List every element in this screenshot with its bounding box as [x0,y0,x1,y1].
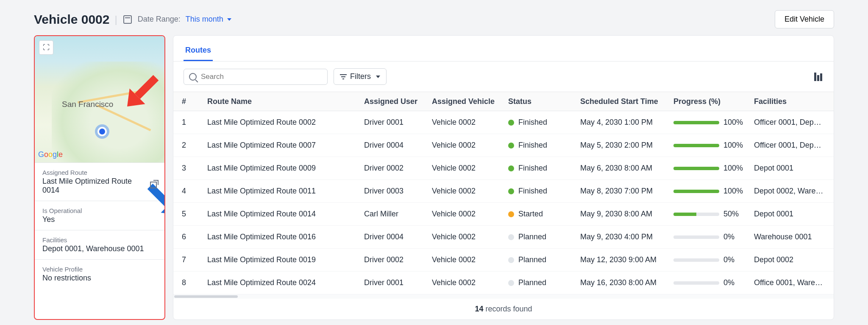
cell-facilities: Officer 0001, Depo… [751,118,827,127]
table-toolbar: Filters [173,62,834,92]
cell-progress: 0% [670,255,751,264]
assigned-route-value: Last Mile Optimized Route 0014 [42,177,147,195]
col-assigned-vehicle[interactable]: Assigned Vehicle [428,97,505,106]
cell-start-time: May 8, 2030 7:00 PM [577,187,670,196]
cell-assigned-vehicle: Vehicle 0002 [428,141,505,150]
page-title: Vehicle 0002 [34,12,109,27]
vehicle-profile-value: No restrictions [42,274,157,283]
date-range-value: This month [186,15,223,23]
cell-progress: 50% [670,210,751,219]
cell-index: 3 [178,164,204,173]
external-link-icon [150,182,157,188]
filters-button[interactable]: Filters [334,68,387,85]
cell-assigned-vehicle: Vehicle 0002 [428,118,505,127]
cell-assigned-user: Carl Miller [361,210,428,219]
table-header: # Route Name Assigned User Assigned Vehi… [173,92,834,111]
map-panel[interactable]: San Francisco ⛶ Google [35,36,164,162]
cell-status: Started [505,210,577,219]
filters-label: Filters [350,72,371,81]
filter-icon [340,74,347,79]
cell-start-time: May 6, 2030 8:00 AM [577,164,670,173]
cell-progress: 0% [670,233,751,241]
cell-status: Finished [505,141,577,150]
table-row[interactable]: 4Last Mile Optimized Route 0011Driver 00… [173,180,834,203]
col-start-time[interactable]: Scheduled Start Time [577,97,670,106]
vehicle-side-panel: San Francisco ⛶ Google Assigned Route La… [34,35,165,320]
table-row[interactable]: 6Last Mile Optimized Route 0016Driver 00… [173,226,834,249]
status-dot-icon [508,165,514,171]
cell-assigned-user: Driver 0004 [361,233,428,241]
operational-value: Yes [42,215,157,224]
cell-start-time: May 4, 2030 1:00 PM [577,118,670,127]
cell-assigned-vehicle: Vehicle 0002 [428,187,505,196]
cell-progress: 100% [670,141,751,150]
operational-label: Is Operational [42,207,157,214]
col-index[interactable]: # [178,97,204,106]
date-range-selector[interactable]: This month [186,15,231,24]
status-dot-icon [508,234,514,240]
map-city-label: San Francisco [62,100,113,109]
cell-assigned-user: Driver 0002 [361,255,428,264]
table-row[interactable]: 3Last Mile Optimized Route 0009Driver 00… [173,157,834,180]
cell-index: 4 [178,187,204,196]
page-header: Vehicle 0002 | Date Range: This month Ed… [34,7,834,35]
cell-start-time: May 9, 2030 4:00 PM [577,233,670,241]
cell-route-name: Last Mile Optimized Route 0009 [204,164,361,173]
cell-status: Finished [505,164,577,173]
chevron-down-icon [227,18,231,21]
status-dot-icon [508,280,514,286]
search-input[interactable] [201,73,322,81]
cell-facilities: Warehouse 0001 [751,233,827,241]
cell-index: 5 [178,210,204,219]
cell-assigned-user: Driver 0004 [361,141,428,150]
map-vehicle-marker[interactable] [97,127,107,136]
separator: | [114,14,117,25]
cell-status: Planned [505,255,577,264]
cell-assigned-vehicle: Vehicle 0002 [428,255,505,264]
table-row[interactable]: 1Last Mile Optimized Route 0002Driver 00… [173,111,834,134]
cell-assigned-vehicle: Vehicle 0002 [428,210,505,219]
cell-index: 1 [178,118,204,127]
tab-routes[interactable]: Routes [184,41,213,61]
vehicle-profile-field: Vehicle Profile No restrictions [35,259,164,289]
col-status[interactable]: Status [505,97,577,106]
cell-assigned-vehicle: Vehicle 0002 [428,233,505,241]
cell-start-time: May 12, 2030 9:00 AM [577,255,670,264]
table-row[interactable]: 5Last Mile Optimized Route 0014Carl Mill… [173,203,834,226]
cell-facilities: Depot 0001 [751,164,827,173]
edit-vehicle-button[interactable]: Edit Vehicle [775,10,834,28]
cell-start-time: May 5, 2030 2:00 PM [577,141,670,150]
cell-status: Planned [505,278,577,287]
col-facilities[interactable]: Facilities [751,97,827,106]
column-settings-button[interactable] [814,73,823,81]
cell-status: Finished [505,187,577,196]
status-dot-icon [508,120,514,126]
col-route-name[interactable]: Route Name [204,97,361,106]
cell-progress: 0% [670,278,751,287]
cell-facilities: Office 0001, Wareh… [751,278,827,287]
table-body: 1Last Mile Optimized Route 0002Driver 00… [173,111,834,294]
col-assigned-user[interactable]: Assigned User [361,97,428,106]
record-count: 14 [475,305,483,313]
fullscreen-icon[interactable]: ⛶ [39,40,53,55]
cell-facilities: Depot 0002, Ware… [751,187,827,196]
cell-status: Planned [505,233,577,241]
cell-facilities: Depot 0001 [751,210,827,219]
facilities-value: Depot 0001, Warehouse 0001 [42,244,157,253]
assigned-route-label: Assigned Route [42,169,157,176]
table-row[interactable]: 7Last Mile Optimized Route 0019Driver 00… [173,249,834,272]
status-dot-icon [508,257,514,263]
table-row[interactable]: 8Last Mile Optimized Route 0024Driver 00… [173,272,834,294]
cell-assigned-user: Driver 0001 [361,118,428,127]
col-progress[interactable]: Progress (%) [670,97,751,106]
cell-assigned-vehicle: Vehicle 0002 [428,164,505,173]
cell-start-time: May 9, 2030 8:00 AM [577,210,670,219]
horizontal-scrollbar[interactable] [173,294,834,299]
status-dot-icon [508,188,514,194]
table-row[interactable]: 2Last Mile Optimized Route 0007Driver 00… [173,134,834,157]
operational-field: Is Operational Yes [35,201,164,230]
calendar-icon [123,15,132,24]
search-field[interactable] [184,69,328,85]
cell-assigned-user: Driver 0003 [361,187,428,196]
cell-route-name: Last Mile Optimized Route 0007 [204,141,361,150]
